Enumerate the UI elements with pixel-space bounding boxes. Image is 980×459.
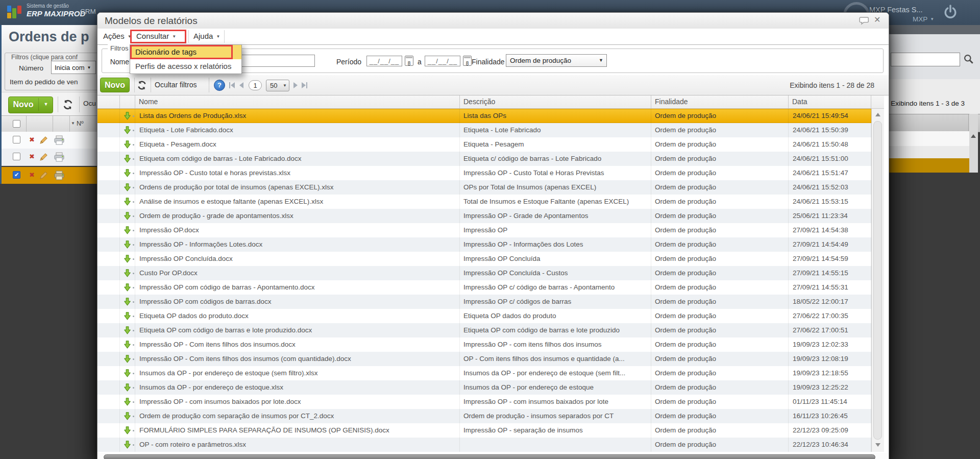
table-row[interactable]: Impressão OP Concluída.docxImpressão OP … [97, 252, 871, 266]
download-icon[interactable] [120, 223, 135, 237]
refresh-icon[interactable] [136, 80, 148, 93]
download-icon[interactable] [120, 280, 135, 295]
finalidade-select[interactable]: Ordem de produção▼ [506, 54, 607, 67]
download-icon[interactable] [120, 309, 135, 323]
download-icon[interactable] [120, 423, 135, 438]
table-row[interactable]: Etiqueta - Pesagem.docxEtiqueta - Pesage… [97, 137, 871, 152]
table-row[interactable]: Impressão OP - com insumos baixados por … [97, 395, 871, 409]
table-row[interactable]: Etiqueta - Lote Fabricado.docxEtiqueta -… [97, 123, 871, 137]
numero-column-header[interactable]: ▼Nº [71, 120, 84, 127]
background-table-row[interactable]: ✖ [2, 132, 98, 149]
edit-pencil-icon[interactable] [39, 171, 48, 182]
last-page-button[interactable] [302, 82, 307, 88]
row-checkbox-checked[interactable]: ✔ [13, 171, 20, 179]
scroll-up-icon[interactable] [875, 113, 880, 116]
table-row[interactable]: OP - com roteiro e parâmetros.xlsxOrdem … [97, 438, 871, 452]
table-row[interactable]: FORMULÁRIO SIMPLES PARA SEPARAÇÃO DE INS… [97, 423, 871, 438]
download-icon[interactable] [120, 409, 135, 423]
edit-pencil-icon[interactable] [39, 136, 48, 147]
download-icon[interactable] [120, 395, 135, 409]
table-row[interactable]: Impressão OP - Com itens filhos dos insu… [97, 337, 871, 352]
scrollbar-thumb[interactable] [104, 454, 875, 459]
table-row[interactable]: Ordem de produção com separação de insum… [97, 409, 871, 423]
row-checkbox[interactable] [13, 136, 20, 143]
menu-ajuda[interactable]: Ajuda▼ [193, 32, 220, 40]
background-selected-row[interactable]: ✔ ✖ [2, 167, 98, 184]
delete-icon[interactable]: ✖ [29, 171, 35, 179]
column-header-data[interactable]: Data [789, 95, 871, 108]
download-icon[interactable] [120, 123, 135, 137]
menu-acoes[interactable]: Ações▼ [103, 32, 132, 40]
table-row[interactable]: Ordem de produção - grade de apontamento… [97, 209, 871, 223]
menu-item-dicionario-de-tags[interactable]: Dicionário de tags [130, 45, 241, 59]
help-icon[interactable]: ? [214, 80, 225, 91]
horizontal-scrollbar[interactable] [97, 453, 889, 459]
download-icon[interactable] [120, 352, 135, 366]
download-icon[interactable] [120, 180, 135, 195]
download-icon[interactable] [120, 137, 135, 152]
print-icon[interactable] [54, 135, 65, 147]
table-row[interactable]: Impressão OP com códigos de barras.docxI… [97, 295, 871, 309]
comment-bubble-icon[interactable] [859, 16, 870, 28]
download-icon[interactable] [120, 109, 135, 123]
table-row[interactable]: Custo Por OP.docxImpressão OP Concluída … [97, 266, 871, 280]
table-row[interactable]: Impressão OP - Com itens filhos dos insu… [97, 352, 871, 366]
download-icon[interactable] [120, 237, 135, 252]
novo-split-button[interactable]: Novo ▼ [8, 96, 53, 113]
calendar-icon[interactable]: 8 [405, 56, 413, 66]
close-icon[interactable]: ✕ [874, 15, 880, 25]
scroll-down-icon[interactable] [875, 443, 880, 447]
table-row[interactable]: Impressão OP - Informações Lotes.docxImp… [97, 237, 871, 252]
download-icon[interactable] [120, 195, 135, 209]
first-page-button[interactable] [229, 82, 235, 88]
column-header-finalidade[interactable]: Finalidade [651, 95, 789, 108]
download-icon[interactable] [120, 323, 135, 337]
calendar-icon[interactable]: 8 [463, 56, 472, 66]
delete-icon[interactable]: ✖ [29, 153, 35, 160]
ocultar-filtros-button[interactable]: Ocultar filtros [155, 81, 197, 89]
download-icon[interactable] [120, 295, 135, 309]
table-row[interactable]: Etiqueta com código de barras - Lote Fab… [97, 152, 871, 166]
menu-item-perfis-de-acesso[interactable]: Perfis de acesso x relatórios [130, 59, 241, 74]
select-all-checkbox[interactable] [13, 120, 20, 128]
dialog-title-bar[interactable]: Modelos de relatórios ✕ [97, 13, 889, 29]
org-switcher[interactable]: MXP▼ [913, 15, 934, 23]
background-table-row[interactable]: ✖ [2, 149, 98, 166]
column-header-descricao[interactable]: Descrição [460, 95, 651, 108]
table-row[interactable]: Etiqueta OP com código de barras e lote … [97, 323, 871, 337]
download-icon[interactable] [120, 209, 135, 223]
previous-page-button[interactable] [239, 82, 243, 88]
download-icon[interactable] [120, 152, 135, 166]
table-row[interactable]: Impressão OP com código de barras - Apon… [97, 280, 871, 295]
column-header-nome[interactable]: Nome [135, 95, 460, 108]
table-row[interactable]: Etiqueta OP dados do produto.docxEtiquet… [97, 309, 871, 323]
refresh-icon[interactable] [62, 99, 74, 113]
edit-pencil-icon[interactable] [39, 153, 48, 163]
table-row[interactable]: Impressão OP - Custo total e horas previ… [97, 166, 871, 180]
table-row[interactable]: Impressão OP.docxImpressão OPOrdem de pr… [97, 223, 871, 237]
table-row-selected[interactable]: Lista das Ordens de Produção.xlsxLista d… [97, 109, 871, 123]
ocultar-filtros-button[interactable]: Ocu [83, 100, 96, 107]
download-icon[interactable] [120, 366, 135, 380]
search-icon[interactable] [963, 54, 974, 67]
page-size-select[interactable]: 50▼ [266, 80, 289, 91]
page-number-input[interactable]: 1 [249, 80, 262, 90]
table-row[interactable]: Insumos da OP - por endereço de estoque … [97, 366, 871, 380]
power-icon[interactable] [942, 4, 959, 23]
date-from-input[interactable]: __/__/__ [366, 56, 402, 66]
numero-operator-select[interactable]: Inicia com▼ [51, 61, 96, 74]
table-row[interactable]: Insumos da OP - por endereço de estoque.… [97, 380, 871, 395]
date-to-input[interactable]: __/__/__ [425, 56, 460, 66]
table-row[interactable]: Ordens de produção por total de insumos … [97, 180, 871, 195]
scroll-up-icon[interactable] [971, 134, 976, 138]
table-row[interactable]: Análise de insumos e estoque faltante (a… [97, 195, 871, 209]
download-icon[interactable] [120, 266, 135, 280]
print-icon[interactable] [54, 171, 65, 182]
novo-button[interactable]: Novo [100, 78, 130, 92]
next-page-button[interactable] [293, 82, 298, 88]
row-checkbox[interactable] [13, 153, 20, 160]
background-scrollbar[interactable] [969, 114, 978, 173]
vertical-scrollbar[interactable] [871, 109, 884, 452]
download-icon[interactable] [120, 252, 135, 266]
scrollbar-thumb[interactable] [873, 121, 882, 440]
